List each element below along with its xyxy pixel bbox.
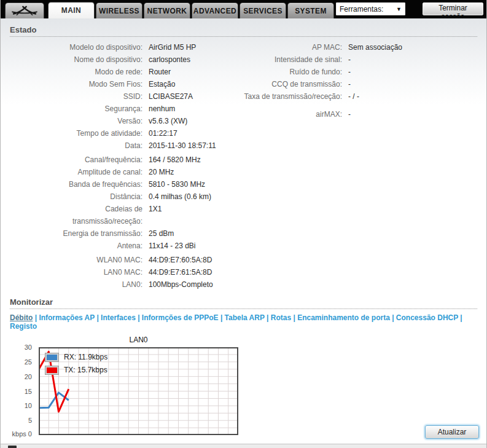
tools-dropdown[interactable]: Ferramentas: ▼: [336, 2, 405, 15]
monitor-link[interactable]: Concessão DHCP: [396, 313, 458, 322]
status-value: 44:D9:E7:61:5A:8D: [149, 266, 212, 278]
status-row: Taxa de transmissão/receção:- / -: [209, 90, 483, 103]
tab-advanced[interactable]: ADVANCED: [192, 2, 238, 18]
monitor-link[interactable]: Informções de PPPoE: [142, 313, 219, 322]
y-axis-tick: 25: [0, 358, 32, 366]
status-label: Amplitude de canal:: [10, 166, 142, 178]
status-row: Banda de frequências:5810 - 5830 MHz: [10, 178, 477, 191]
status-value: 25 dBm: [149, 227, 174, 240]
refresh-row: Atualizar: [425, 425, 479, 439]
topbar-controls: Ferramentas: ▼ Terminar sessão: [336, 2, 483, 18]
status-label: CCQ de transmissão:: [209, 78, 342, 90]
tools-dropdown-value: Ferramentas:: [340, 5, 383, 14]
status-label: Canal/frequência:: [10, 154, 142, 166]
link-separator: |: [265, 313, 271, 322]
legend-swatch-tx: [45, 366, 58, 374]
monitor-link[interactable]: Débito: [10, 313, 33, 322]
status-row: Tempo de atividade:01:22:17: [10, 127, 477, 140]
tab-wireless[interactable]: WIRELESS: [96, 2, 142, 18]
y-axis-tick: 15: [0, 388, 32, 395]
status-value: 2015-11-30 18:57:11: [149, 140, 216, 152]
status-value: 5810 - 5830 MHz: [149, 178, 205, 191]
status-label: Data:: [10, 140, 142, 152]
status-label: Modo Sem Fios:: [10, 78, 142, 90]
monitor-link[interactable]: Encaminhamento de porta: [297, 313, 390, 322]
link-separator: |: [136, 313, 142, 322]
status-value: -: [348, 108, 351, 120]
status-group: Canal/frequência:164 / 5820 MHzAmplitude…: [10, 154, 477, 252]
status-value: -: [348, 66, 351, 78]
nav-tabs: MAINWIRELESSNETWORKADVANCEDSERVICESSYSTE…: [48, 2, 335, 18]
monitor-links: Débito | Informações AP | Interfaces | I…: [10, 309, 477, 333]
status-row: Energia de transmissão:25 dBm: [10, 227, 477, 240]
status-row: Canal/frequência:164 / 5820 MHz: [10, 154, 477, 166]
chart-legend: RX: 11.9kbpsTX: 15.7kbps: [45, 353, 107, 379]
y-axis-tick: 20: [0, 373, 32, 380]
status-row: Amplitude de canal:20 MHz: [10, 166, 477, 178]
chart-y-axis: 30252015105kbps 0: [10, 347, 35, 439]
status-label: Energia de transmissão:: [10, 227, 142, 240]
status-value: 100Mbps-Completo: [149, 278, 213, 291]
status-label: Distância:: [10, 191, 142, 203]
link-separator: |: [33, 313, 39, 322]
status-label: Nome do dispositivo:: [10, 53, 142, 66]
refresh-button[interactable]: Atualizar: [425, 425, 479, 439]
status-row: CCQ de transmissão:-: [209, 78, 483, 90]
status-row: AP MAC:Sem associação: [209, 41, 483, 53]
status-row: Antena:11x14 - 23 dBi: [10, 240, 477, 252]
tab-network[interactable]: NETWORK: [144, 2, 190, 18]
status-group: airMAX:-: [209, 108, 483, 120]
status-label: Modelo do dispositivo:: [10, 41, 142, 53]
status-label: Tempo de atividade:: [10, 127, 142, 140]
status-row: LAN0:100Mbps-Completo: [10, 278, 477, 291]
status-label: SSID:: [10, 90, 142, 103]
chart-title: LAN0: [39, 336, 238, 347]
status-label: Ruído de fundo:: [209, 66, 342, 78]
status-right-column: AP MAC:Sem associaçãoIntensidade de sina…: [209, 41, 483, 120]
link-separator: |: [291, 313, 297, 322]
y-axis-tick: 5: [0, 417, 32, 424]
monitor-link[interactable]: Interfaces: [101, 313, 136, 322]
status-value: - / -: [348, 90, 359, 103]
status-label: Banda de frequências:: [10, 178, 142, 191]
y-axis-tick: 10: [0, 402, 32, 409]
throughput-chart: 30252015105kbps 0 RX: 11.9kbpsTX: 15.7kb…: [10, 347, 243, 439]
status-value: -: [348, 53, 351, 66]
tab-main[interactable]: MAIN: [48, 2, 95, 18]
monitor-link[interactable]: Informações AP: [39, 313, 95, 322]
status-value: LCIBASE27A: [149, 90, 193, 103]
status-label: AP MAC:: [209, 41, 342, 53]
monitor-link[interactable]: Rotas: [271, 313, 291, 322]
logout-button[interactable]: Terminar sessão: [423, 2, 483, 15]
status-value: -: [348, 78, 351, 90]
status-label: Modo de rede:: [10, 66, 142, 78]
ubiquiti-logo-tab[interactable]: [5, 2, 44, 18]
status-group: WLAN0 MAC:44:D9:E7:60:5A:8DLAN0 MAC:44:D…: [10, 254, 477, 291]
status-grid: Modelo do dispositivo:AirGrid M5 HPNome …: [10, 41, 477, 291]
status-row: WLAN0 MAC:44:D9:E7:60:5A:8D: [10, 254, 477, 266]
ubiquiti-antenna-icon: [11, 6, 38, 17]
tab-services[interactable]: SERVICES: [240, 2, 286, 18]
airos-main-page: MAINWIRELESSNETWORKADVANCEDSERVICESSYSTE…: [0, 0, 487, 448]
monitor-link[interactable]: Registo: [10, 322, 37, 331]
link-separator: |: [390, 313, 396, 322]
status-value: 1X1: [149, 203, 162, 227]
legend-item-rx: RX: 11.9kbps: [45, 353, 107, 361]
top-navigation-bar: MAINWIRELESSNETWORKADVANCEDSERVICESSYSTE…: [1, 0, 486, 18]
monitor-section-title: Monitorizar: [10, 291, 477, 309]
link-separator: |: [95, 313, 101, 322]
status-label: Taxa de transmissão/receção:: [209, 90, 342, 103]
status-value: Router: [149, 66, 171, 78]
footer-logo-fragment: [8, 446, 17, 448]
status-row: Data:2015-11-30 18:57:11: [10, 140, 477, 152]
status-row: Distância:0.4 milhas (0.6 km): [10, 191, 477, 203]
tab-system[interactable]: SYSTEM: [287, 2, 334, 18]
link-separator: |: [458, 313, 462, 322]
monitor-link[interactable]: Tabela ARP: [225, 313, 265, 322]
throughput-chart-wrap: LAN0 30252015105kbps 0 RX: 11.9kbpsTX: 1…: [10, 336, 477, 439]
status-label: Cadeias de transmissão/receção:: [10, 203, 142, 227]
status-label: Antena:: [10, 240, 142, 252]
status-section-title: Estado: [10, 18, 477, 37]
status-value: carlospontes: [149, 53, 190, 66]
status-value: v5.6.3 (XW): [149, 115, 187, 127]
